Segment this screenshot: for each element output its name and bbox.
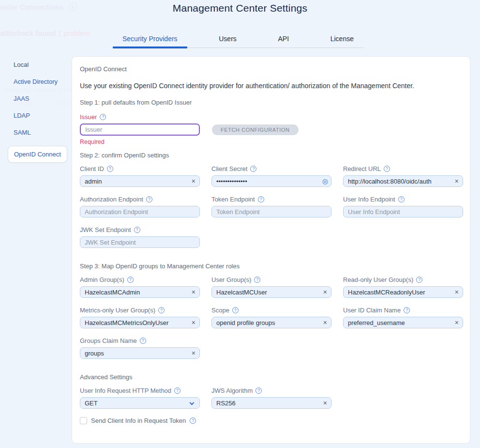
tab-users[interactable]: Users <box>209 32 246 47</box>
authorization-endpoint-label: Authorization Endpoint <box>80 196 143 203</box>
user-info-endpoint-label: User Info Endpoint <box>343 196 395 203</box>
sidebar-item-active-directory[interactable]: Active Directory <box>8 78 67 85</box>
user-info-endpoint-help-icon[interactable]: ? <box>398 196 405 202</box>
groups-claim-help-icon[interactable]: ? <box>140 338 146 344</box>
send-client-info-label: Send Client Info in Request Token <box>91 417 186 424</box>
user-id-claim-label: User ID Claim Name <box>343 307 401 314</box>
ghost-problem-text: 1 problem <box>58 29 90 37</box>
fetch-configuration-button[interactable]: FETCH CONFIGURATION <box>212 124 299 135</box>
client-id-help-icon[interactable]: ? <box>107 166 113 172</box>
step2-grid: Client ID ? × Client Secret ? ◎ Redirect… <box>80 165 462 248</box>
jws-algorithm-help-icon[interactable]: ? <box>255 387 262 394</box>
tab-security-providers[interactable]: Security Providers <box>113 32 187 47</box>
http-method-value: GET <box>85 400 98 407</box>
show-password-icon[interactable]: ◎ <box>322 177 328 185</box>
user-info-endpoint-input[interactable] <box>343 206 463 217</box>
authorization-endpoint-input[interactable] <box>80 206 200 217</box>
readonly-groups-label: Read-only User Group(s) <box>343 276 413 283</box>
user-id-claim-clear-icon[interactable]: × <box>455 319 459 326</box>
client-secret-label: Client Secret <box>211 165 247 172</box>
admin-groups-clear-icon[interactable]: × <box>192 288 195 296</box>
sidebar-item-jaas[interactable]: JAAS <box>8 95 67 102</box>
redirect-url-input[interactable] <box>343 175 463 187</box>
jwk-set-endpoint-label: JWK Set Endpoint <box>80 226 131 233</box>
scope-input[interactable] <box>211 317 331 328</box>
jwk-set-endpoint-help-icon[interactable]: ? <box>134 227 140 233</box>
redirect-url-label: Redirect URL <box>343 165 381 172</box>
admin-groups-help-icon[interactable]: ? <box>127 277 134 283</box>
http-method-help-icon[interactable]: ? <box>174 387 180 394</box>
http-method-label: User Info Request HTTP Method <box>80 387 171 394</box>
metrics-groups-clear-icon[interactable]: × <box>192 319 195 326</box>
advanced-settings-title: Advanced Settings <box>80 373 462 381</box>
user-groups-help-icon[interactable]: ? <box>254 277 260 283</box>
redirect-url-clear-icon[interactable]: × <box>455 177 459 185</box>
user-id-claim-input[interactable] <box>343 317 463 328</box>
chevron-down-icon <box>190 401 195 405</box>
http-method-select[interactable]: GET <box>80 397 200 409</box>
admin-groups-input[interactable] <box>80 286 200 298</box>
readonly-groups-clear-icon[interactable]: × <box>455 288 459 296</box>
sidebar-item-ldap[interactable]: LDAP <box>8 112 67 119</box>
step3-grid: Admin Group(s) ? × User Group(s) ? × Rea… <box>80 276 462 359</box>
ghost-healthcheck: althcheck found 1 problem <box>0 29 90 37</box>
issuer-required-error: Required <box>80 139 462 145</box>
issuer-input[interactable] <box>80 124 200 136</box>
security-providers-nav: Local Active Directory JAAS LDAP SAML Op… <box>8 61 67 163</box>
user-id-claim-help-icon[interactable]: ? <box>404 307 410 313</box>
openid-connect-panel: OpenID Connect Use your existing OpenID … <box>72 56 470 444</box>
client-secret-input[interactable] <box>211 175 331 187</box>
user-groups-input[interactable] <box>211 286 331 298</box>
step3-title: Step 3: Map OpenID groups to Management … <box>80 263 462 270</box>
sidebar-item-openid-connect[interactable]: OpenID Connect <box>8 146 67 163</box>
jwk-set-endpoint-input[interactable] <box>80 236 200 248</box>
redirect-url-help-icon[interactable]: ? <box>384 166 390 172</box>
groups-claim-label: Groups Claim Name <box>80 337 137 344</box>
panel-description: Use your existing OpenID Connect identit… <box>80 82 462 90</box>
tab-license[interactable]: License <box>321 32 363 47</box>
send-client-info-checkbox[interactable] <box>80 417 87 424</box>
scope-label: Scope <box>211 307 229 314</box>
user-groups-label: User Group(s) <box>211 276 251 283</box>
scope-clear-icon[interactable]: × <box>323 319 327 326</box>
metrics-groups-help-icon[interactable]: ? <box>158 307 165 313</box>
issuer-help-icon[interactable]: ? <box>100 114 106 120</box>
tab-api[interactable]: API <box>268 32 299 47</box>
readonly-groups-input[interactable] <box>343 286 463 298</box>
jws-algorithm-label: JWS Algorithm <box>211 387 253 394</box>
jws-algorithm-clear-icon[interactable]: × <box>323 399 327 407</box>
scope-help-icon[interactable]: ? <box>232 307 239 313</box>
issuer-label: Issuer <box>80 113 97 121</box>
metrics-groups-input[interactable] <box>80 317 200 328</box>
authorization-endpoint-help-icon[interactable]: ? <box>146 196 152 202</box>
groups-claim-input[interactable] <box>80 347 200 359</box>
settings-tabs: Security Providers Users API License <box>113 32 363 48</box>
token-endpoint-input[interactable] <box>211 206 331 217</box>
token-endpoint-label: Token Endpoint <box>211 196 255 203</box>
ghost-healthcheck-text: althcheck found <box>0 29 56 37</box>
step1-title: Step 1: pull defaults from OpenID Issuer <box>80 99 462 106</box>
jws-algorithm-input[interactable] <box>211 397 331 409</box>
step2-title: Step 2: confirm OpenID settings <box>80 152 462 159</box>
advanced-grid: User Info Request HTTP Method ? GET JWS … <box>80 387 462 409</box>
metrics-groups-label: Metrics-only User Group(s) <box>80 307 155 314</box>
page-title: Management Center Settings <box>0 2 480 14</box>
user-groups-clear-icon[interactable]: × <box>323 288 327 296</box>
client-id-label: Client ID <box>80 165 104 172</box>
sidebar-item-local[interactable]: Local <box>8 61 67 68</box>
admin-groups-label: Admin Group(s) <box>80 276 124 283</box>
client-id-input[interactable] <box>80 175 200 187</box>
send-client-info-help-icon[interactable]: ? <box>190 417 196 424</box>
client-secret-help-icon[interactable]: ? <box>250 166 256 172</box>
token-endpoint-help-icon[interactable]: ? <box>258 196 264 202</box>
client-id-clear-icon[interactable]: × <box>192 177 195 185</box>
sidebar-item-saml[interactable]: SAML <box>8 129 67 136</box>
panel-header: OpenID Connect <box>80 65 462 73</box>
groups-claim-clear-icon[interactable]: × <box>192 349 195 357</box>
readonly-groups-help-icon[interactable]: ? <box>416 277 422 283</box>
